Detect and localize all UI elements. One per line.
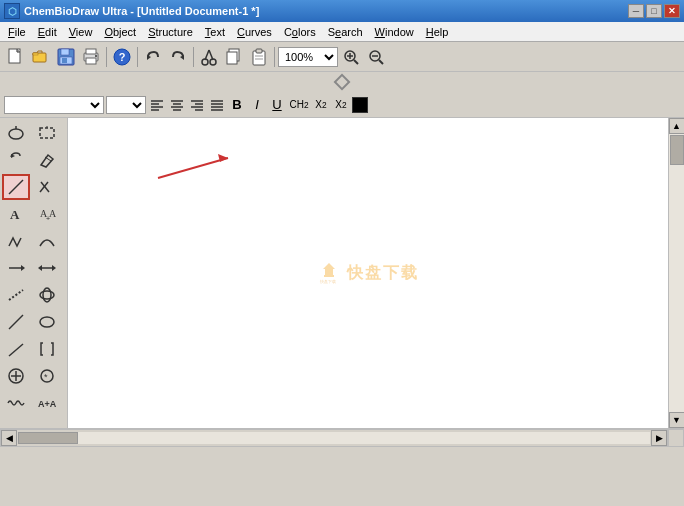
scroll-track-vertical[interactable] [669, 134, 685, 412]
menu-item-object[interactable]: Object [98, 24, 142, 40]
svg-point-72 [40, 317, 54, 327]
scroll-up-arrow[interactable]: ▲ [669, 118, 685, 134]
dashed-line-tool[interactable] [2, 282, 30, 308]
chain-tool[interactable] [2, 228, 30, 254]
scroll-thumb-vertical[interactable] [670, 135, 684, 165]
toolbar-sep-4 [274, 47, 275, 67]
svg-rect-23 [227, 52, 237, 64]
window-controls: ─ □ ✕ [628, 4, 680, 18]
title-text: ChemBioDraw Ultra - [Untitled Document-1… [24, 5, 628, 17]
scroll-left-arrow[interactable]: ◀ [1, 430, 17, 446]
svg-rect-82 [324, 275, 334, 277]
watermark-icon: 快盘下载 [317, 261, 341, 285]
svg-text:?: ? [119, 51, 126, 63]
plus-tool[interactable] [2, 363, 30, 389]
open-button[interactable] [29, 45, 53, 69]
ch2-button[interactable]: CH2 [288, 96, 310, 114]
menu-bar: File Edit View Object Structure Text Cur… [0, 22, 684, 42]
superscript-button[interactable]: X2 [332, 96, 350, 114]
align-left-button[interactable] [148, 96, 166, 114]
menu-item-search[interactable]: Search [322, 24, 369, 40]
menu-item-view[interactable]: View [63, 24, 99, 40]
maximize-button[interactable]: □ [646, 4, 662, 18]
rotate-tool[interactable] [2, 147, 30, 173]
zoom-select[interactable]: 100% 50% 75% 150% 200% [278, 47, 338, 67]
size-select[interactable] [106, 96, 146, 114]
menu-item-text[interactable]: Text [199, 24, 231, 40]
menu-item-curves[interactable]: Curves [231, 24, 278, 40]
align-justify-button[interactable] [208, 96, 226, 114]
svg-line-29 [354, 60, 358, 64]
menu-item-edit[interactable]: Edit [32, 24, 63, 40]
atom-text-tool[interactable]: A+A [33, 201, 61, 227]
ellipse-tool[interactable] [33, 309, 61, 335]
svg-text:快盘下载: 快盘下载 [319, 279, 336, 284]
svg-rect-12 [86, 58, 96, 64]
zoom-out-button[interactable] [364, 45, 388, 69]
copy-button[interactable] [222, 45, 246, 69]
svg-text:A: A [49, 208, 56, 219]
scroll-right-arrow[interactable]: ▶ [651, 430, 667, 446]
double-bond-tool[interactable] [33, 174, 61, 200]
app-icon: ⬡ [4, 3, 20, 19]
right-scrollbar: ▲ ▼ [668, 118, 684, 428]
help-button[interactable]: ? [110, 45, 134, 69]
bracket-tool[interactable] [33, 336, 61, 362]
menu-item-file[interactable]: File [2, 24, 32, 40]
scroll-thumb-horizontal[interactable] [18, 432, 78, 444]
text-tool[interactable]: A [2, 201, 30, 227]
double-arrow-tool[interactable] [33, 255, 61, 281]
toolbar-sep-3 [193, 47, 194, 67]
svg-rect-9 [62, 58, 67, 63]
wavy-tool[interactable] [2, 390, 30, 416]
subscript-button[interactable]: X2 [312, 96, 330, 114]
orbital-tool[interactable] [33, 282, 61, 308]
bold-button[interactable]: B [228, 96, 246, 114]
svg-line-80 [158, 158, 228, 178]
format-bar: B I U CH2 X2 X2 [0, 92, 684, 118]
canvas-area[interactable]: 快盘下载 快盘下载 [68, 118, 668, 428]
menu-item-help[interactable]: Help [420, 24, 455, 40]
toolbar-sep-2 [137, 47, 138, 67]
arc-tool[interactable] [33, 228, 61, 254]
menu-item-colors[interactable]: Colors [278, 24, 322, 40]
align-center-button[interactable] [168, 96, 186, 114]
lasso-select-tool[interactable] [2, 120, 30, 146]
print-button[interactable] [79, 45, 103, 69]
menu-item-window[interactable]: Window [369, 24, 420, 40]
line2-tool[interactable] [2, 336, 30, 362]
svg-marker-66 [52, 265, 56, 271]
main-area: A A+A [0, 118, 684, 428]
redo-button[interactable] [166, 45, 190, 69]
underline-button[interactable]: U [268, 96, 286, 114]
svg-point-69 [43, 288, 51, 302]
paste-button[interactable] [247, 45, 271, 69]
minimize-button[interactable]: ─ [628, 4, 644, 18]
bottom-bar: ◀ ▶ [0, 428, 684, 446]
svg-text:A: A [10, 207, 20, 222]
close-button[interactable]: ✕ [664, 4, 680, 18]
scroll-track-horizontal[interactable] [18, 432, 650, 444]
cut-button[interactable] [197, 45, 221, 69]
svg-marker-64 [21, 265, 25, 271]
menu-item-structure[interactable]: Structure [142, 24, 199, 40]
zoom-in-button[interactable] [339, 45, 363, 69]
save-button[interactable] [54, 45, 78, 69]
color-box[interactable] [352, 97, 368, 113]
font-select[interactable] [4, 96, 104, 114]
drawing-canvas [98, 148, 248, 208]
eraser-tool[interactable] [33, 147, 61, 173]
scroll-down-arrow[interactable]: ▼ [669, 412, 685, 428]
arrow-tool[interactable] [2, 255, 30, 281]
line-tool[interactable] [2, 309, 30, 335]
svg-line-71 [9, 315, 23, 329]
atom-text-label-tool[interactable]: A+A [33, 390, 61, 416]
new-button[interactable] [4, 45, 28, 69]
undo-button[interactable] [141, 45, 165, 69]
horizontal-scrollbar: ◀ ▶ [0, 429, 668, 447]
single-bond-tool[interactable] [2, 174, 30, 200]
atom-map-tool[interactable]: * [33, 363, 61, 389]
rect-select-tool[interactable] [33, 120, 61, 146]
italic-button[interactable]: I [248, 96, 266, 114]
align-right-button[interactable] [188, 96, 206, 114]
